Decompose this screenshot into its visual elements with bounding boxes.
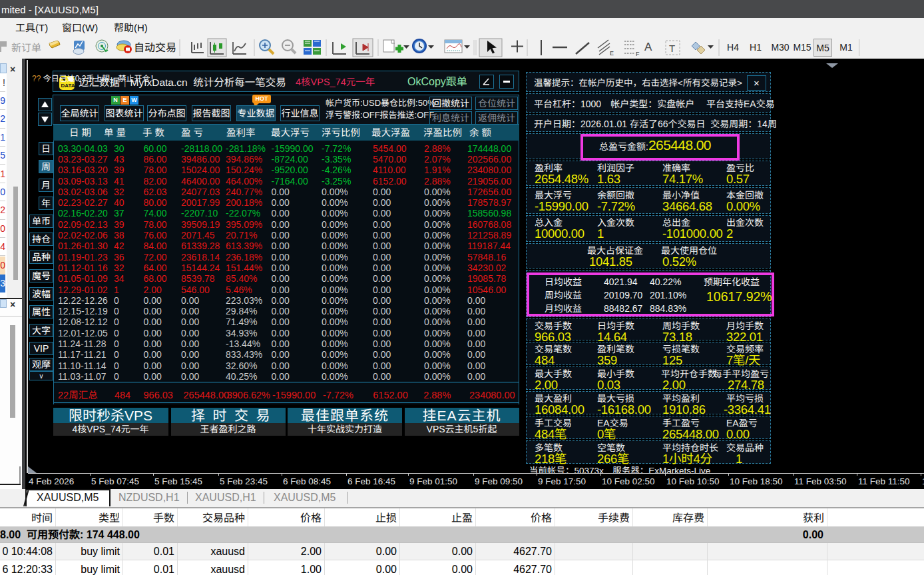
svg-text:新订单: 新订单	[11, 42, 41, 53]
svg-text:F: F	[636, 51, 640, 57]
svg-text:E: E	[610, 50, 614, 57]
svg-text:T: T	[669, 43, 675, 54]
svg-text:自动交易: 自动交易	[134, 42, 176, 53]
svg-text:DATA: DATA	[61, 83, 75, 89]
svg-text:A: A	[644, 41, 652, 53]
